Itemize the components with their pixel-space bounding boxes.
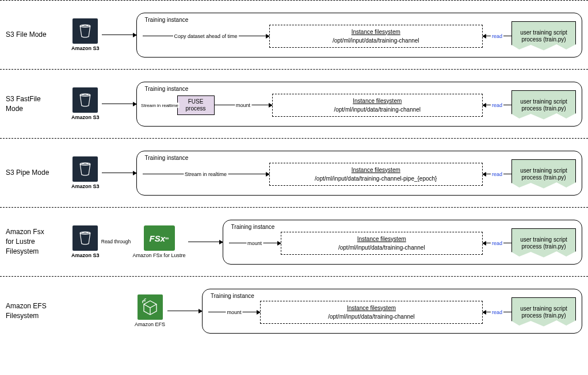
instance-filesystem: Instance filesystem /opt/ml/input/data/t… <box>269 25 483 48</box>
arrow-read: read <box>483 36 511 36</box>
arrow-read: read <box>483 312 511 312</box>
arrow-stream: Stream in realtime <box>143 105 177 105</box>
fuse-process: FUSE process <box>177 95 215 115</box>
mode-label: S3 File Mode <box>6 30 52 40</box>
service-fsx: FSx∞ Amazon FSx for Lustre <box>133 225 186 258</box>
arrow-mount: mount <box>215 105 272 105</box>
s3-bucket-icon <box>72 87 98 113</box>
service-s3: Amazon S3 <box>71 225 100 258</box>
fs-path: /opt/ml/input/data/training-channel <box>328 313 415 320</box>
instance-filesystem: Instance filesystem /opt/ml/input/data/t… <box>281 232 483 255</box>
training-instance: Training instance mount Instance filesys… <box>223 220 582 265</box>
arrow-mount: mount <box>208 312 260 312</box>
training-instance: Training instance Stream in realtime Ins… <box>136 151 582 196</box>
efs-icon <box>138 294 163 320</box>
row-fsx-lustre: Amazon Fsx for Lustre Filesystem Amazon … <box>0 207 588 276</box>
row-s3-pipe-mode: S3 Pipe Mode Amazon S3 Training instance… <box>0 138 588 207</box>
arrow-to-instance <box>102 104 136 104</box>
fs-path: /opt/ml/input/data/training-channel <box>334 106 421 113</box>
user-script: user training script process (train.py) <box>511 21 576 51</box>
arrow-stream: Stream in realtime <box>143 174 269 174</box>
fs-path: /opt/ml/input/data/training-channel <box>338 244 425 251</box>
arrow-read: read <box>483 243 511 243</box>
instance-filesystem: Instance filesystem /opt/ml/input/data/t… <box>272 94 483 117</box>
arrow-to-instance <box>188 242 223 242</box>
arrow-copy-dataset: Copy dataset ahead of time <box>143 36 269 36</box>
service-s3: Amazon S3 <box>71 87 100 120</box>
training-instance: Training instance Copy dataset ahead of … <box>136 13 582 58</box>
s3-bucket-icon <box>72 18 98 44</box>
user-script: user training script process (train.py) <box>511 297 576 327</box>
arrow-read: read <box>483 105 511 105</box>
arrow-to-instance <box>167 311 202 311</box>
service-s3: Amazon S3 <box>71 18 100 51</box>
user-script: user training script process (train.py) <box>511 228 576 258</box>
row-efs: Amazon EFS Filesystem Amazon EFS Trainin… <box>0 276 588 345</box>
arrow-to-instance <box>102 173 136 173</box>
instance-filesystem: Instance filesystem /opt/ml/input/data/t… <box>269 163 483 186</box>
instance-filesystem: Instance filesystem /opt/ml/input/data/t… <box>260 301 483 324</box>
mode-label: Amazon Fsx for Lustre Filesystem <box>6 227 52 256</box>
arrow-read: read <box>483 174 511 174</box>
arrow-read-through: Read through <box>102 242 131 242</box>
fs-path: /opt/ml/input/data/training-channel <box>333 37 419 44</box>
mode-label: S3 FastFile Mode <box>6 94 52 114</box>
arrow-to-instance <box>102 35 136 35</box>
mode-label: Amazon EFS Filesystem <box>6 301 52 321</box>
s3-bucket-icon <box>72 225 98 251</box>
fsx-icon: FSx∞ <box>144 225 175 251</box>
mode-label: S3 Pipe Mode <box>6 168 52 178</box>
service-efs: Amazon EFS <box>135 294 165 327</box>
training-instance: Training instance mount Instance filesys… <box>202 289 582 334</box>
arrow-mount: mount <box>229 243 281 243</box>
training-instance: Training instance Stream in realtime FUS… <box>136 82 582 127</box>
user-script: user training script process (train.py) <box>511 159 576 189</box>
row-s3-file-mode: S3 File Mode Amazon S3 Training instance… <box>0 0 588 69</box>
fs-path: /opt/ml/input/data/training-channel-pipe… <box>315 175 437 182</box>
row-s3-fastfile-mode: S3 FastFile Mode Amazon S3 Training inst… <box>0 69 588 138</box>
service-s3: Amazon S3 <box>71 156 100 189</box>
user-script: user training script process (train.py) <box>511 90 576 120</box>
s3-bucket-icon <box>72 156 98 182</box>
